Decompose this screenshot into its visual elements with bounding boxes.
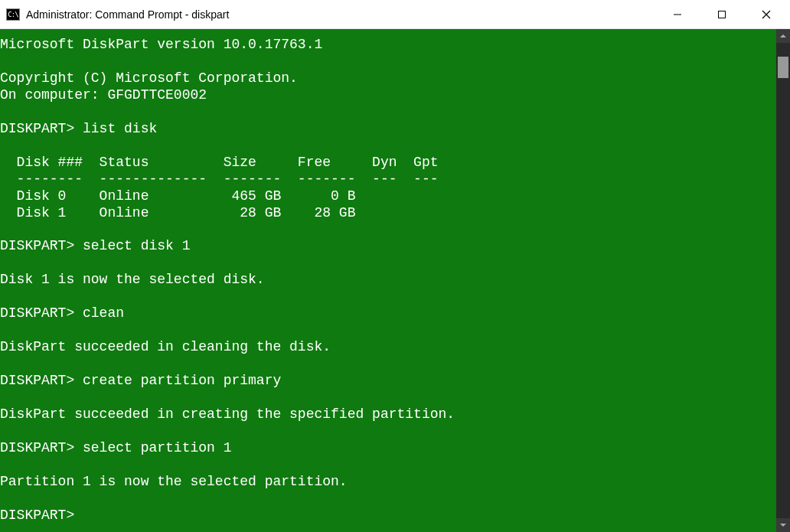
maximize-button[interactable]: [700, 0, 744, 28]
close-icon: [762, 10, 771, 19]
chevron-down-icon: [780, 522, 786, 528]
titlebar[interactable]: C:\ Administrator: Command Prompt - disk…: [0, 0, 790, 29]
maximize-icon: [717, 10, 726, 19]
cmd-icon: C:\: [6, 8, 20, 21]
window-title: Administrator: Command Prompt - diskpart: [26, 8, 655, 21]
chevron-up-icon: [780, 33, 786, 39]
minimize-button[interactable]: [655, 0, 700, 28]
scrollbar[interactable]: [776, 29, 790, 532]
scroll-track[interactable]: [776, 43, 790, 518]
window: C:\ Administrator: Command Prompt - disk…: [0, 0, 790, 532]
window-controls: [655, 0, 788, 28]
console-area: Microsoft DiskPart version 10.0.17763.1 …: [0, 29, 790, 532]
scroll-thumb[interactable]: [778, 57, 788, 78]
svg-rect-1: [719, 11, 726, 18]
scroll-down-button[interactable]: [776, 518, 790, 532]
console-output[interactable]: Microsoft DiskPart version 10.0.17763.1 …: [0, 29, 776, 532]
minimize-icon: [673, 10, 682, 19]
close-button[interactable]: [744, 0, 788, 28]
svg-rect-0: [674, 14, 681, 15]
scroll-up-button[interactable]: [776, 29, 790, 43]
